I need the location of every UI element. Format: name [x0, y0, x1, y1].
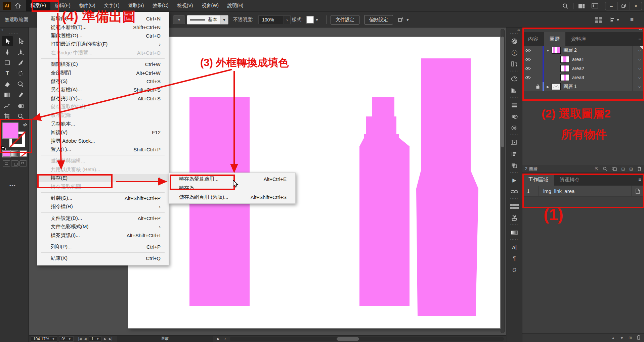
curvature-tool[interactable]	[15, 47, 27, 57]
collapse-icon[interactable]: ‹	[224, 337, 226, 341]
layer-name[interactable]: area1	[572, 57, 584, 62]
layer-row-area3[interactable]: area3 ○	[522, 73, 644, 82]
menu-item-export-as[interactable]: 轉存為...	[169, 184, 295, 193]
gradient-panel-icon[interactable]	[507, 227, 522, 238]
search-icon[interactable]	[562, 3, 568, 9]
fill-swatch[interactable]	[3, 123, 18, 138]
gradient-fill-button[interactable]	[11, 150, 18, 157]
brush-definition-select[interactable]: 基本 ▼	[187, 12, 228, 28]
menu-item-export-for-screens[interactable]: 轉存為螢幕適用...Alt+Ctrl+E	[169, 175, 295, 184]
home-icon[interactable]	[14, 3, 22, 8]
layer-thumbnail[interactable]	[560, 56, 569, 63]
symbols-panel-icon[interactable]	[507, 212, 522, 224]
zoom-level-select[interactable]: 104.17%▼	[31, 336, 57, 342]
stroke-panel-icon[interactable]	[507, 99, 522, 111]
selection-tool[interactable]	[2, 36, 13, 46]
dock-drag-handle[interactable]: ▪▪▪▪▪	[510, 96, 518, 99]
menu-item-save-for-web-legacy[interactable]: 儲存為網頁用 (舊版)...Alt+Shift+Ctrl+S	[169, 193, 295, 202]
rotate-tool[interactable]	[15, 68, 27, 79]
document-setup-button[interactable]: 文件設定	[331, 15, 359, 25]
menu-item-new-from-template[interactable]: 從範本新增(T)...Shift+Ctrl+N	[37, 23, 169, 31]
layer-thumbnail[interactable]	[560, 74, 569, 81]
menu-item-open-recent[interactable]: 打開最近使用過的檔案(F)›	[37, 40, 169, 48]
collapse-toolbar-icon[interactable]: «	[0, 28, 28, 32]
collect-for-export-icon[interactable]: ⇱	[595, 166, 598, 172]
layer-name[interactable]: 圖層 1	[563, 84, 577, 90]
target-circle-icon[interactable]: ○	[638, 57, 641, 62]
color-palette-icon[interactable]	[507, 73, 522, 85]
visibility-toggle[interactable]	[522, 55, 533, 64]
layer-row-area2[interactable]: area2 ○	[522, 64, 644, 73]
horizontal-scroll-thumb[interactable]	[337, 337, 359, 341]
target-circle-icon[interactable]: ○	[638, 84, 641, 89]
expand-panels-icon[interactable]: ◂◂	[507, 28, 522, 32]
dock-drag-handle[interactable]: ▪▪▪▪▪	[510, 70, 518, 73]
shape-area3[interactable]	[416, 58, 478, 316]
lock-toggle[interactable]	[533, 46, 543, 55]
menu-type[interactable]: 文字(T)	[100, 0, 124, 11]
opacity-label[interactable]: 不透明度:	[233, 16, 253, 23]
move-up-icon[interactable]: ▲	[611, 336, 615, 340]
direct-selection-tool[interactable]	[15, 36, 27, 46]
workspace-layout-icon[interactable]	[578, 3, 585, 9]
dock-drag-handle[interactable]: ▪▪▪▪▪	[510, 238, 518, 242]
menu-help[interactable]: 說明(H)	[223, 0, 248, 11]
info-icon[interactable]: i	[507, 47, 522, 58]
shape-builder-tool[interactable]	[15, 101, 27, 111]
type-tool[interactable]: T	[2, 68, 13, 79]
make-clipping-mask-icon[interactable]	[612, 167, 617, 171]
color-guide-wheel-icon[interactable]	[507, 36, 522, 47]
stroke-weight-dropdown[interactable]: ▾	[173, 12, 185, 28]
version-history-icon[interactable]	[507, 58, 522, 70]
menu-item-close[interactable]: 關閉檔案(C)Ctrl+W	[37, 60, 169, 68]
menu-item-scripts[interactable]: 指令檔(R)›	[37, 202, 169, 211]
layer-row-area1[interactable]: area1 ○	[522, 55, 644, 64]
layer-name[interactable]: 圖層 2	[563, 47, 577, 53]
menu-item-export[interactable]: 轉存(E)›	[37, 174, 169, 182]
preferences-button[interactable]: 偏好設定	[364, 15, 393, 25]
tab-artboards[interactable]: 工作區域	[522, 174, 554, 186]
vertical-scroll-thumb[interactable]	[501, 37, 504, 147]
actions-panel-icon[interactable]: ▶	[507, 175, 522, 186]
controlbar-menu-icon[interactable]: ≡	[630, 12, 634, 28]
menu-item-print[interactable]: 列印(P)...Ctrl+P	[37, 243, 169, 251]
none-fill-button[interactable]	[19, 150, 27, 157]
menu-effect[interactable]: 效果(C)	[148, 0, 173, 11]
layer-row-layer2[interactable]: ▼ 圖層 2 ○	[522, 46, 644, 55]
edit-toolbar-icon[interactable]: •••	[0, 183, 29, 188]
menu-select[interactable]: 選取(S)	[124, 0, 148, 11]
target-circle-icon[interactable]: ○	[638, 66, 641, 71]
menu-item-document-setup[interactable]: 文件設定(D)...Alt+Ctrl+P	[37, 214, 169, 223]
menu-item-place[interactable]: 置入(L)...Shift+Ctrl+P	[37, 145, 169, 154]
dock-drag-handle[interactable]: ▪▪▪▪▪	[510, 197, 518, 201]
dock-drag-handle[interactable]: ▪▪▪▪▪	[510, 32, 518, 36]
layer-row-layer1[interactable]: ▶ 圖層 1 ○	[522, 82, 644, 91]
target-circle-icon[interactable]: ○	[638, 75, 641, 80]
layer-thumbnail[interactable]	[560, 65, 569, 72]
delete-artboard-icon[interactable]	[637, 335, 641, 341]
transparency-panel-icon[interactable]	[507, 111, 522, 122]
style-swatch[interactable]	[306, 16, 314, 23]
new-artboard-icon[interactable]: ⊞	[629, 336, 632, 340]
layer-thumbnail[interactable]	[552, 83, 561, 90]
menu-item-package[interactable]: 封裝(G)...Alt+Shift+Ctrl+P	[37, 194, 169, 202]
gradient-tool[interactable]	[2, 90, 13, 100]
layer-name[interactable]: area3	[572, 75, 584, 80]
align-panel-icon[interactable]: ▼	[609, 12, 620, 28]
first-artboard-icon[interactable]: |◀	[78, 337, 82, 341]
dock-drag-handle[interactable]: ▪▪▪▪▪	[510, 134, 518, 137]
color-fill-button[interactable]	[3, 150, 10, 157]
new-sublayer-icon[interactable]: ⊟	[621, 166, 625, 172]
lock-toggle[interactable]	[533, 64, 543, 73]
paragraph-panel-icon[interactable]: ¶	[507, 253, 522, 264]
menu-item-file-info[interactable]: 檔案資訊(I)...Alt+Shift+Ctrl+I	[37, 231, 169, 239]
rotation-select[interactable]: 0°▼	[59, 336, 73, 342]
rectangle-tool[interactable]	[2, 58, 13, 68]
menu-item-document-color-mode[interactable]: 文件色彩模式(M)›	[37, 223, 169, 231]
horizontal-scrollbar[interactable]	[230, 337, 504, 341]
panel-menu-icon[interactable]: ≡	[638, 177, 641, 182]
snap-options-icon[interactable]: ▼	[398, 12, 410, 28]
tab-libraries[interactable]: 資料庫	[565, 32, 592, 46]
selection-options-icon[interactable]	[507, 122, 522, 134]
collapse-panels-icon[interactable]: ▸▸	[522, 28, 644, 32]
